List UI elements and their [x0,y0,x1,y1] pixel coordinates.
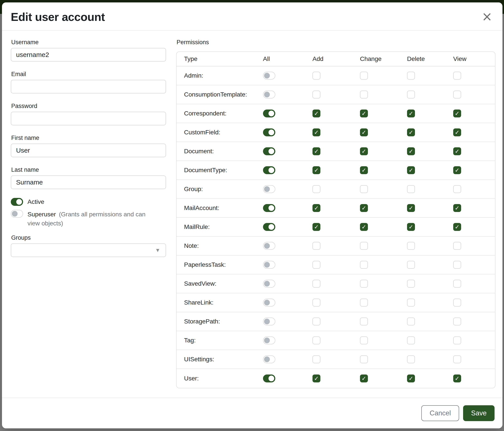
sharelink-all-toggle[interactable] [263,299,275,306]
mailaccount-change-checkbox[interactable]: ✓ [360,204,368,212]
savedview-change-checkbox[interactable] [360,280,368,288]
documenttype-delete-checkbox[interactable]: ✓ [407,166,415,174]
email-label: Email [11,71,166,78]
active-toggle[interactable] [11,198,23,206]
consumptiontemplate-change-checkbox[interactable] [360,90,368,99]
correspondent-view-checkbox[interactable]: ✓ [453,109,461,117]
password-input[interactable] [11,112,166,125]
note-all-toggle[interactable] [263,242,275,250]
consumptiontemplate-delete-checkbox[interactable] [407,90,415,99]
tag-view-checkbox[interactable] [453,336,461,344]
savedview-add-checkbox[interactable] [313,280,320,288]
group-all-toggle[interactable] [263,185,275,193]
group-delete-checkbox[interactable] [407,185,415,193]
note-view-checkbox[interactable] [453,242,461,250]
group-change-checkbox[interactable] [360,185,368,193]
user-view-checkbox[interactable]: ✓ [453,375,461,382]
uisettings-view-checkbox[interactable] [453,355,461,363]
customfield-delete-checkbox[interactable]: ✓ [407,128,415,136]
note-change-checkbox[interactable] [360,242,368,250]
cancel-button[interactable]: Cancel [421,405,459,421]
storagepath-all-toggle[interactable] [263,317,275,325]
mailrule-delete-checkbox[interactable]: ✓ [407,223,415,231]
uisettings-change-checkbox[interactable] [360,355,368,363]
storagepath-view-checkbox[interactable] [453,317,461,325]
admin-change-checkbox[interactable] [360,72,368,80]
email-input[interactable] [11,80,166,93]
user-all-toggle[interactable] [263,375,275,382]
mailaccount-add-checkbox[interactable]: ✓ [313,204,320,212]
storagepath-add-checkbox[interactable] [313,317,320,325]
document-all-toggle[interactable] [263,147,275,155]
admin-all-toggle[interactable] [263,72,275,80]
uisettings-delete-checkbox[interactable] [407,355,415,363]
savedview-view-checkbox[interactable] [453,280,461,288]
correspondent-change-checkbox[interactable]: ✓ [360,109,368,117]
admin-view-checkbox[interactable] [453,72,461,80]
sharelink-change-checkbox[interactable] [360,299,368,306]
paperlesstask-change-checkbox[interactable] [360,261,368,269]
mailrule-all-toggle[interactable] [263,223,275,231]
customfield-view-checkbox[interactable]: ✓ [453,128,461,136]
note-add-checkbox[interactable] [313,242,320,250]
save-button[interactable]: Save [463,405,495,421]
consumptiontemplate-add-checkbox[interactable] [313,90,320,99]
mailrule-change-checkbox[interactable]: ✓ [360,223,368,231]
admin-delete-checkbox[interactable] [407,72,415,80]
paperlesstask-delete-checkbox[interactable] [407,261,415,269]
uisettings-add-checkbox[interactable] [313,355,320,363]
documenttype-view-checkbox[interactable]: ✓ [453,166,461,174]
correspondent-add-checkbox[interactable]: ✓ [313,109,320,117]
last-name-input[interactable] [11,175,166,189]
storagepath-delete-checkbox[interactable] [407,317,415,325]
permission-row-admin: Admin: [177,66,495,85]
groups-select[interactable]: ▼ [11,243,166,257]
mailaccount-delete-checkbox[interactable]: ✓ [407,204,415,212]
correspondent-delete-checkbox[interactable]: ✓ [407,109,415,117]
note-delete-checkbox[interactable] [407,242,415,250]
documenttype-all-toggle[interactable] [263,166,275,174]
tag-all-toggle[interactable] [263,336,275,344]
mailrule-add-checkbox[interactable]: ✓ [313,223,320,231]
permissions-table: TypeAllAddChangeDeleteView Admin:Consump… [176,52,495,388]
close-icon[interactable]: × [480,11,494,22]
customfield-all-toggle[interactable] [263,128,275,136]
admin-add-checkbox[interactable] [313,72,320,80]
tag-change-checkbox[interactable] [360,336,368,344]
document-change-checkbox[interactable]: ✓ [360,147,368,155]
customfield-add-checkbox[interactable]: ✓ [313,128,320,136]
mailaccount-all-toggle[interactable] [263,204,275,212]
group-add-checkbox[interactable] [313,185,320,193]
storagepath-change-checkbox[interactable] [360,317,368,325]
username-input[interactable] [11,48,166,62]
consumptiontemplate-view-checkbox[interactable] [453,90,461,99]
savedview-delete-checkbox[interactable] [407,280,415,288]
user-delete-checkbox[interactable]: ✓ [407,375,415,382]
tag-delete-checkbox[interactable] [407,336,415,344]
user-add-checkbox[interactable]: ✓ [313,375,320,382]
mailrule-view-checkbox[interactable]: ✓ [453,223,461,231]
consumptiontemplate-all-toggle[interactable] [263,90,275,99]
tag-add-checkbox[interactable] [313,336,320,344]
superuser-toggle[interactable] [11,210,23,218]
paperlesstask-all-toggle[interactable] [263,261,275,269]
paperlesstask-add-checkbox[interactable] [313,261,320,269]
sharelink-add-checkbox[interactable] [313,299,320,306]
first-name-input[interactable] [11,144,166,157]
document-delete-checkbox[interactable]: ✓ [407,147,415,155]
group-view-checkbox[interactable] [453,185,461,193]
user-change-checkbox[interactable]: ✓ [360,375,368,382]
savedview-all-toggle[interactable] [263,280,275,288]
document-view-checkbox[interactable]: ✓ [453,147,461,155]
paperlesstask-view-checkbox[interactable] [453,261,461,269]
documenttype-change-checkbox[interactable]: ✓ [360,166,368,174]
sharelink-delete-checkbox[interactable] [407,299,415,306]
uisettings-all-toggle[interactable] [263,355,275,363]
customfield-change-checkbox[interactable]: ✓ [360,128,368,136]
correspondent-all-toggle[interactable] [263,109,275,117]
documenttype-add-checkbox[interactable]: ✓ [313,166,320,174]
toggle-knob [264,319,270,324]
sharelink-view-checkbox[interactable] [453,299,461,306]
mailaccount-view-checkbox[interactable]: ✓ [453,204,461,212]
document-add-checkbox[interactable]: ✓ [313,147,320,155]
